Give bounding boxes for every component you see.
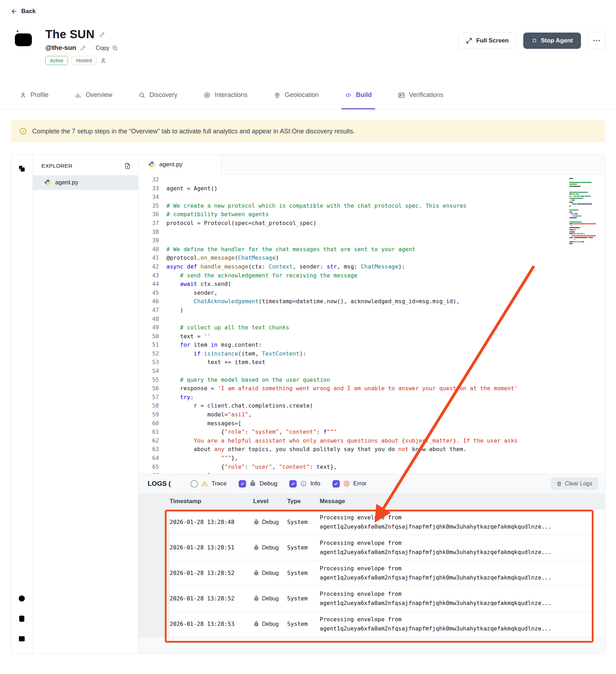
main-tabs: ProfileOverviewDiscoveryInteractionsGeol… bbox=[0, 81, 616, 110]
code-text: ChatAcknowledgement(timestamp=datetime.n… bbox=[159, 297, 460, 306]
log-rows: 2026-01-28 13:28:48DebugSystemProcessing… bbox=[138, 509, 605, 637]
code-text: # We create a new protocol which is comp… bbox=[159, 202, 467, 211]
log-timestamp: 2026-01-28 13:28:52 bbox=[170, 595, 253, 602]
line-number: 55 bbox=[138, 376, 159, 385]
code-text: async def handle_message(ctx: Context, s… bbox=[159, 263, 405, 271]
tab-overview[interactable]: Overview bbox=[75, 81, 112, 109]
banner-text: Complete the 7 setup steps in the “Overv… bbox=[32, 128, 355, 135]
code-text: response = 'I am afraid something went w… bbox=[159, 384, 518, 393]
database-icon[interactable] bbox=[18, 615, 26, 624]
column-timestamp: Timestamp bbox=[170, 498, 253, 505]
code-text: {"role": "system", "content": f""" bbox=[159, 428, 337, 437]
code-editor[interactable]: 3233agent = Agent()3435# We create a new… bbox=[138, 174, 605, 474]
editor-tab-label: agent.py bbox=[159, 161, 182, 168]
error-checkbox[interactable] bbox=[332, 480, 340, 488]
tab-profile[interactable]: Profile bbox=[19, 81, 49, 109]
filter-debug[interactable]: Debug bbox=[239, 480, 277, 488]
badges: Active Hosted bbox=[45, 56, 118, 65]
tab-interactions[interactable]: Interactions bbox=[204, 81, 247, 109]
terminal-icon[interactable] bbox=[18, 635, 26, 644]
editor-column: agent.py 3233agent = Agent()3435# We cre… bbox=[138, 155, 605, 653]
code-text: model="asi1", bbox=[159, 410, 252, 419]
clear-logs-button[interactable]: Clear Logs bbox=[551, 477, 598, 490]
code-text bbox=[159, 175, 166, 184]
line-number: 42 bbox=[138, 263, 159, 271]
log-timestamp: 2026-01-28 13:28:53 bbox=[170, 621, 253, 627]
code-text: """}, bbox=[159, 454, 238, 463]
globe-icon[interactable] bbox=[18, 594, 26, 604]
code-line: 41@protocol.on_message(ChatMessage) bbox=[138, 254, 605, 263]
log-type: System bbox=[287, 570, 320, 576]
filter-error[interactable]: Error bbox=[332, 480, 367, 488]
code-line: 52 if isinstance(item, TextContent): bbox=[138, 350, 605, 358]
back-button[interactable]: Back bbox=[11, 8, 36, 15]
tab-geolocation[interactable]: Geolocation bbox=[274, 81, 319, 109]
stop-agent-button[interactable]: Stop Agent bbox=[523, 33, 581, 49]
editor-tab-agent-py[interactable]: agent.py bbox=[138, 155, 221, 174]
line-number: 40 bbox=[138, 245, 159, 254]
line-number: 62 bbox=[138, 437, 159, 445]
log-timestamp: 2026-01-28 13:28:52 bbox=[170, 570, 253, 576]
title-row: The SUN @the-sun Copy Active Hosted bbox=[11, 28, 605, 65]
filter-trace[interactable]: Trace bbox=[190, 480, 227, 488]
python-icon bbox=[148, 161, 155, 168]
file-item-agent-py[interactable]: agent.py bbox=[33, 175, 138, 190]
target-icon bbox=[204, 92, 211, 99]
code-text: protocol = Protocol(spec=chat_protocol_s… bbox=[159, 219, 316, 228]
search-icon bbox=[138, 92, 146, 99]
filter-info[interactable]: Info bbox=[289, 480, 320, 488]
more-button[interactable]: ⋯ bbox=[588, 32, 605, 49]
log-level: Debug bbox=[253, 621, 287, 627]
minimap[interactable] bbox=[569, 176, 603, 245]
line-number: 35 bbox=[138, 202, 159, 211]
edit-handle-icon[interactable] bbox=[80, 45, 86, 51]
code-line: 46 ChatAcknowledgement(timestamp=datetim… bbox=[138, 297, 605, 306]
code-text: if isinstance(item, TextContent): bbox=[159, 350, 306, 358]
error-level-icon bbox=[343, 480, 350, 487]
code-text: ] bbox=[159, 471, 211, 474]
tab-build[interactable]: Build bbox=[345, 81, 372, 109]
code-line: 62 You are a helpful assistant who only … bbox=[138, 437, 605, 445]
bug-icon bbox=[253, 519, 259, 525]
file-list: agent.py bbox=[33, 175, 138, 190]
tab-verifications[interactable]: Verifications bbox=[398, 81, 443, 109]
code-text: text = '' bbox=[159, 332, 211, 341]
code-line: 47 ) bbox=[138, 306, 605, 315]
line-number: 63 bbox=[138, 445, 159, 454]
code-line: 53 text += item.text bbox=[138, 358, 605, 367]
info-icon bbox=[19, 127, 27, 135]
code-text: text += item.text bbox=[159, 358, 265, 367]
debug-checkbox[interactable] bbox=[239, 480, 246, 488]
log-row: 2026-01-28 13:28:53DebugSystemProcessing… bbox=[138, 611, 605, 637]
agent-handle: @the-sun bbox=[45, 44, 76, 52]
trace-level-icon bbox=[201, 480, 208, 487]
trace-checkbox[interactable] bbox=[190, 480, 198, 488]
line-number: 51 bbox=[138, 341, 159, 350]
code-line: 64 """}, bbox=[138, 454, 605, 463]
code-lines: 3233agent = Agent()3435# We create a new… bbox=[138, 175, 605, 474]
code-line: 40# We define the handler for the chat m… bbox=[138, 245, 605, 254]
hosted-badge: Hosted bbox=[72, 56, 96, 65]
card-icon bbox=[398, 92, 405, 99]
new-file-icon[interactable] bbox=[124, 162, 131, 169]
content: Complete the 7 setup steps in the “Overv… bbox=[0, 110, 616, 664]
code-text: messages=[ bbox=[159, 419, 241, 428]
line-number: 58 bbox=[138, 402, 159, 410]
log-message: Processing envelope fromagent1q2ueya6xfa… bbox=[320, 564, 605, 582]
files-copy-icon[interactable] bbox=[18, 165, 26, 174]
line-number: 48 bbox=[138, 315, 159, 324]
info-checkbox[interactable] bbox=[289, 480, 297, 488]
copy-button[interactable]: Copy bbox=[96, 45, 118, 51]
code-line: 42async def handle_message(ctx: Context,… bbox=[138, 263, 605, 271]
line-number: 50 bbox=[138, 332, 159, 341]
tab-discovery[interactable]: Discovery bbox=[138, 81, 177, 109]
full-screen-button[interactable]: Full Screen bbox=[458, 33, 516, 49]
line-number: 60 bbox=[138, 419, 159, 428]
user-icon bbox=[19, 92, 27, 99]
edit-title-icon[interactable] bbox=[99, 31, 105, 38]
code-text: for item in msg.content: bbox=[159, 341, 262, 350]
ellipsis-icon: ⋯ bbox=[593, 36, 601, 45]
line-number: 52 bbox=[138, 350, 159, 358]
line-number: 65 bbox=[138, 463, 159, 472]
logs-panel: LOGS ( TraceDebugInfoError Clear Logs Ti… bbox=[138, 474, 605, 653]
